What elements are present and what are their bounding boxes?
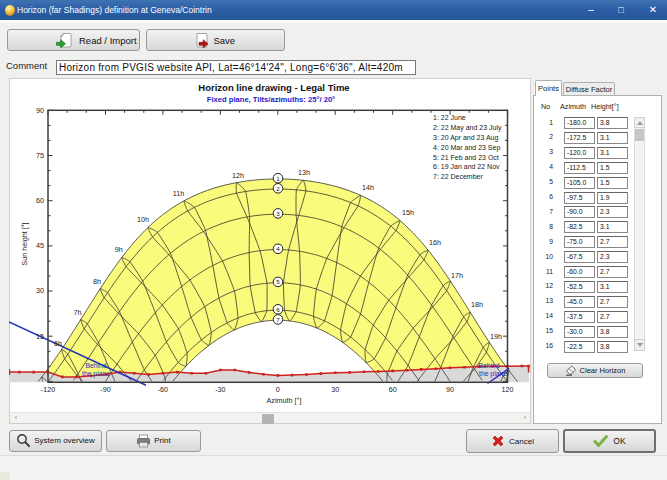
svg-text:-30: -30 [215, 385, 225, 394]
svg-text:the plane: the plane [479, 370, 507, 378]
svg-text:17h: 17h [451, 271, 463, 280]
svg-text:13h: 13h [298, 168, 310, 177]
svg-text:45: 45 [36, 241, 44, 250]
svg-text:-60: -60 [158, 385, 168, 394]
svg-text:3: 3 [276, 210, 280, 217]
svg-text:7: 22 December: 7: 22 December [433, 173, 483, 180]
svg-text:10h: 10h [137, 215, 149, 224]
svg-text:18h: 18h [471, 300, 483, 309]
svg-text:90: 90 [446, 385, 454, 394]
svg-text:6: 19 Jan and 22 Nov: 6: 19 Jan and 22 Nov [433, 163, 500, 170]
svg-text:90: 90 [36, 106, 44, 115]
svg-text:Horizon line drawing - Legal T: Horizon line drawing - Legal Time [198, 82, 349, 93]
svg-text:12h: 12h [232, 171, 244, 180]
svg-text:30: 30 [331, 385, 339, 394]
svg-text:-90: -90 [100, 385, 110, 394]
svg-text:Fixed plane, Tilts/azimuths: 2: Fixed plane, Tilts/azimuths: 25°/ 20° [207, 95, 335, 104]
svg-text:6h: 6h [54, 339, 62, 348]
svg-text:the plane: the plane [82, 370, 110, 378]
svg-text:8h: 8h [93, 277, 101, 286]
svg-text:0: 0 [276, 385, 280, 394]
svg-text:Azimuth [°]: Azimuth [°] [267, 396, 302, 405]
svg-text:11h: 11h [173, 189, 184, 198]
svg-text:75: 75 [36, 151, 44, 160]
svg-text:6: 6 [276, 306, 280, 313]
svg-text:4: 4 [276, 245, 280, 252]
svg-text:120: 120 [502, 385, 514, 394]
svg-text:14h: 14h [362, 183, 374, 192]
svg-text:19h: 19h [490, 332, 502, 341]
svg-text:Behind: Behind [478, 362, 499, 369]
svg-text:16h: 16h [429, 238, 441, 247]
svg-text:7h: 7h [74, 308, 82, 317]
svg-text:60: 60 [36, 196, 44, 205]
svg-text:1: 1 [276, 175, 280, 182]
svg-text:60: 60 [389, 385, 397, 394]
svg-text:2: 22 May and 23 July: 2: 22 May and 23 July [433, 124, 502, 132]
svg-text:3: 20 Apr and 23 Aug: 3: 20 Apr and 23 Aug [433, 134, 498, 142]
svg-text:30: 30 [36, 286, 44, 295]
svg-text:5: 5 [276, 278, 280, 285]
svg-text:Sun height [°]: Sun height [°] [20, 222, 29, 265]
svg-text:4: 20 Mar and 23 Sep: 4: 20 Mar and 23 Sep [433, 144, 500, 152]
svg-text:1: 22 June: 1: 22 June [433, 114, 466, 121]
svg-text:15: 15 [36, 332, 44, 341]
svg-text:Behind: Behind [85, 362, 106, 369]
svg-text:15h: 15h [402, 208, 414, 217]
svg-text:-120: -120 [41, 385, 55, 394]
svg-text:2: 2 [276, 185, 280, 192]
svg-text:9h: 9h [115, 245, 123, 254]
svg-text:5: 21 Feb and 23 Oct: 5: 21 Feb and 23 Oct [433, 154, 499, 161]
svg-text:7: 7 [276, 316, 280, 323]
